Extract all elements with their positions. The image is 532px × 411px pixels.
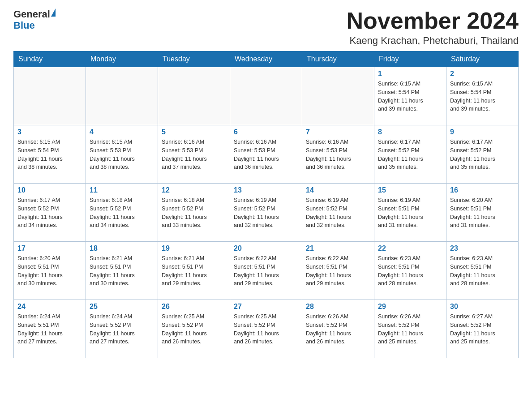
day-info: Sunrise: 6:16 AM Sunset: 5:53 PM Dayligh… — [234, 138, 298, 171]
day-info: Sunrise: 6:27 AM Sunset: 5:52 PM Dayligh… — [450, 313, 515, 346]
header-row: SundayMondayTuesdayWednesdayThursdayFrid… — [14, 51, 519, 67]
day-cell: 6Sunrise: 6:16 AM Sunset: 5:53 PM Daylig… — [230, 125, 302, 184]
day-number: 22 — [378, 244, 442, 253]
header-wednesday: Wednesday — [230, 51, 302, 67]
day-number: 13 — [234, 186, 298, 194]
day-info: Sunrise: 6:23 AM Sunset: 5:51 PM Dayligh… — [378, 254, 442, 288]
week-row-4: 17Sunrise: 6:20 AM Sunset: 5:51 PM Dayli… — [14, 242, 519, 300]
day-info: Sunrise: 6:15 AM Sunset: 5:53 PM Dayligh… — [90, 138, 154, 171]
day-info: Sunrise: 6:16 AM Sunset: 5:53 PM Dayligh… — [306, 138, 370, 171]
logo: General Blue — [13, 9, 56, 31]
day-cell: 1Sunrise: 6:15 AM Sunset: 5:54 PM Daylig… — [374, 67, 446, 125]
week-row-5: 24Sunrise: 6:24 AM Sunset: 5:51 PM Dayli… — [14, 300, 519, 358]
day-cell: 24Sunrise: 6:24 AM Sunset: 5:51 PM Dayli… — [14, 300, 86, 358]
day-info: Sunrise: 6:19 AM Sunset: 5:52 PM Dayligh… — [234, 196, 298, 230]
day-number: 7 — [306, 128, 370, 136]
week-row-1: 1Sunrise: 6:15 AM Sunset: 5:54 PM Daylig… — [14, 67, 519, 125]
day-cell: 13Sunrise: 6:19 AM Sunset: 5:52 PM Dayli… — [230, 184, 302, 242]
logo-general: General — [13, 9, 50, 20]
title-block: November 2024 Kaeng Krachan, Phetchaburi… — [347, 9, 519, 47]
day-number: 8 — [378, 128, 442, 136]
day-number: 12 — [162, 186, 226, 194]
day-cell: 12Sunrise: 6:18 AM Sunset: 5:52 PM Dayli… — [158, 184, 230, 242]
day-cell — [14, 67, 86, 125]
day-info: Sunrise: 6:24 AM Sunset: 5:51 PM Dayligh… — [17, 313, 82, 346]
day-cell: 5Sunrise: 6:16 AM Sunset: 5:53 PM Daylig… — [158, 125, 230, 184]
day-info: Sunrise: 6:17 AM Sunset: 5:52 PM Dayligh… — [17, 196, 82, 230]
day-number: 2 — [450, 70, 515, 78]
logo-triangle-icon — [51, 9, 56, 17]
day-cell: 7Sunrise: 6:16 AM Sunset: 5:53 PM Daylig… — [302, 125, 374, 184]
day-number: 18 — [90, 244, 154, 253]
month-title: November 2024 — [347, 9, 519, 32]
day-info: Sunrise: 6:19 AM Sunset: 5:51 PM Dayligh… — [378, 196, 442, 230]
week-row-3: 10Sunrise: 6:17 AM Sunset: 5:52 PM Dayli… — [14, 184, 519, 242]
day-info: Sunrise: 6:15 AM Sunset: 5:54 PM Dayligh… — [450, 80, 515, 113]
day-number: 15 — [378, 186, 442, 194]
day-number: 9 — [450, 128, 515, 136]
day-number: 25 — [90, 303, 154, 311]
day-number: 10 — [17, 186, 82, 194]
page-header: General Blue November 2024 Kaeng Krachan… — [13, 9, 519, 47]
day-info: Sunrise: 6:22 AM Sunset: 5:51 PM Dayligh… — [306, 254, 370, 288]
day-number: 5 — [162, 128, 226, 136]
day-cell: 3Sunrise: 6:15 AM Sunset: 5:54 PM Daylig… — [14, 125, 86, 184]
day-number: 27 — [234, 303, 298, 311]
day-cell — [230, 67, 302, 125]
day-cell: 10Sunrise: 6:17 AM Sunset: 5:52 PM Dayli… — [14, 184, 86, 242]
header-sunday: Sunday — [14, 51, 86, 67]
day-number: 20 — [234, 244, 298, 253]
day-info: Sunrise: 6:17 AM Sunset: 5:52 PM Dayligh… — [378, 138, 442, 171]
day-number: 23 — [450, 244, 515, 253]
day-cell: 23Sunrise: 6:23 AM Sunset: 5:51 PM Dayli… — [446, 242, 519, 300]
day-cell — [86, 67, 158, 125]
day-cell: 8Sunrise: 6:17 AM Sunset: 5:52 PM Daylig… — [374, 125, 446, 184]
day-info: Sunrise: 6:26 AM Sunset: 5:52 PM Dayligh… — [378, 313, 442, 346]
day-cell — [158, 67, 230, 125]
day-cell: 15Sunrise: 6:19 AM Sunset: 5:51 PM Dayli… — [374, 184, 446, 242]
day-number: 3 — [17, 128, 82, 136]
day-info: Sunrise: 6:24 AM Sunset: 5:52 PM Dayligh… — [90, 313, 154, 346]
day-cell: 4Sunrise: 6:15 AM Sunset: 5:53 PM Daylig… — [86, 125, 158, 184]
day-info: Sunrise: 6:20 AM Sunset: 5:51 PM Dayligh… — [17, 254, 82, 288]
day-info: Sunrise: 6:15 AM Sunset: 5:54 PM Dayligh… — [378, 80, 442, 113]
day-number: 19 — [162, 244, 226, 253]
day-info: Sunrise: 6:15 AM Sunset: 5:54 PM Dayligh… — [17, 138, 82, 171]
day-info: Sunrise: 6:26 AM Sunset: 5:52 PM Dayligh… — [306, 313, 370, 346]
day-cell: 20Sunrise: 6:22 AM Sunset: 5:51 PM Dayli… — [230, 242, 302, 300]
week-row-2: 3Sunrise: 6:15 AM Sunset: 5:54 PM Daylig… — [14, 125, 519, 184]
day-number: 11 — [90, 186, 154, 194]
day-info: Sunrise: 6:25 AM Sunset: 5:52 PM Dayligh… — [234, 313, 298, 346]
day-cell: 14Sunrise: 6:19 AM Sunset: 5:52 PM Dayli… — [302, 184, 374, 242]
day-cell: 29Sunrise: 6:26 AM Sunset: 5:52 PM Dayli… — [374, 300, 446, 358]
day-cell: 30Sunrise: 6:27 AM Sunset: 5:52 PM Dayli… — [446, 300, 519, 358]
day-info: Sunrise: 6:17 AM Sunset: 5:52 PM Dayligh… — [450, 138, 515, 171]
calendar-table: SundayMondayTuesdayWednesdayThursdayFrid… — [13, 51, 519, 358]
day-cell: 22Sunrise: 6:23 AM Sunset: 5:51 PM Dayli… — [374, 242, 446, 300]
day-cell: 17Sunrise: 6:20 AM Sunset: 5:51 PM Dayli… — [14, 242, 86, 300]
day-number: 30 — [450, 303, 515, 311]
day-cell: 28Sunrise: 6:26 AM Sunset: 5:52 PM Dayli… — [302, 300, 374, 358]
header-tuesday: Tuesday — [158, 51, 230, 67]
day-info: Sunrise: 6:25 AM Sunset: 5:52 PM Dayligh… — [162, 313, 226, 346]
day-cell: 11Sunrise: 6:18 AM Sunset: 5:52 PM Dayli… — [86, 184, 158, 242]
logo-blue: Blue — [13, 20, 56, 31]
location-title: Kaeng Krachan, Phetchaburi, Thailand — [347, 35, 519, 47]
day-number: 6 — [234, 128, 298, 136]
day-number: 16 — [450, 186, 515, 194]
day-info: Sunrise: 6:22 AM Sunset: 5:51 PM Dayligh… — [234, 254, 298, 288]
day-number: 28 — [306, 303, 370, 311]
day-info: Sunrise: 6:16 AM Sunset: 5:53 PM Dayligh… — [162, 138, 226, 171]
day-cell: 16Sunrise: 6:20 AM Sunset: 5:51 PM Dayli… — [446, 184, 519, 242]
day-info: Sunrise: 6:19 AM Sunset: 5:52 PM Dayligh… — [306, 196, 370, 230]
day-info: Sunrise: 6:21 AM Sunset: 5:51 PM Dayligh… — [162, 254, 226, 288]
header-saturday: Saturday — [446, 51, 519, 67]
day-cell: 25Sunrise: 6:24 AM Sunset: 5:52 PM Dayli… — [86, 300, 158, 358]
day-cell: 21Sunrise: 6:22 AM Sunset: 5:51 PM Dayli… — [302, 242, 374, 300]
day-number: 17 — [17, 244, 82, 253]
header-thursday: Thursday — [302, 51, 374, 67]
header-friday: Friday — [374, 51, 446, 67]
day-cell: 26Sunrise: 6:25 AM Sunset: 5:52 PM Dayli… — [158, 300, 230, 358]
day-info: Sunrise: 6:21 AM Sunset: 5:51 PM Dayligh… — [90, 254, 154, 288]
day-cell: 9Sunrise: 6:17 AM Sunset: 5:52 PM Daylig… — [446, 125, 519, 184]
